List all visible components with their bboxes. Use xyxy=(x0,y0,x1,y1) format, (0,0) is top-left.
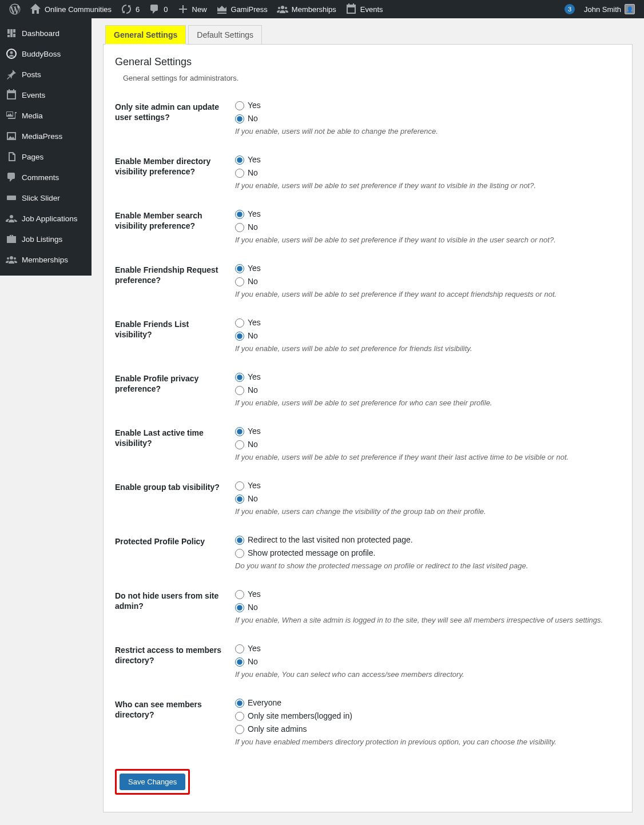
row-label: Restrict access to members directory? xyxy=(115,633,229,688)
radio-input[interactable] xyxy=(235,549,244,558)
radio-yes[interactable]: Yes xyxy=(235,317,615,329)
sidebar-item-pages[interactable]: Pages xyxy=(0,146,92,167)
radio-input[interactable] xyxy=(235,277,244,286)
radio-no[interactable]: No xyxy=(235,439,615,451)
radio-yes[interactable]: Yes xyxy=(235,371,615,383)
gamipress-link[interactable]: GamiPress xyxy=(212,0,272,18)
radio-input[interactable] xyxy=(235,495,244,504)
sidebar-item-label: Events xyxy=(22,91,45,99)
sidebar-item-label: Job Applications xyxy=(22,214,78,223)
radio-input[interactable] xyxy=(235,657,244,667)
radio-input[interactable] xyxy=(235,373,244,382)
row-label: Enable Member search visibility preferen… xyxy=(115,199,229,253)
updates-link[interactable]: 6 xyxy=(116,0,144,18)
tab-default[interactable]: Default Settings xyxy=(188,25,262,45)
crown-icon xyxy=(216,3,228,15)
sidebar-item-label: Dashboard xyxy=(22,29,59,38)
sidebar-item-media[interactable]: Media xyxy=(0,105,92,126)
row-protected: Protected Profile Policy Redirect to the… xyxy=(115,525,621,579)
row-help: If you enable, users will not be able to… xyxy=(235,127,615,135)
row-member-search-vis: Enable Member search visibility preferen… xyxy=(115,199,621,253)
radio-input[interactable] xyxy=(235,101,244,110)
sidebar-item-buddyboss[interactable]: BuddyBoss xyxy=(0,43,92,64)
radio-yes[interactable]: Yes xyxy=(235,208,615,220)
radio-input[interactable] xyxy=(235,318,244,328)
radio-input[interactable] xyxy=(235,644,244,653)
radio-input[interactable] xyxy=(235,603,244,612)
user-menu[interactable]: John Smith 👤 xyxy=(579,0,639,18)
radio-no[interactable]: No xyxy=(235,601,615,613)
radio-admins[interactable]: Only site admins xyxy=(235,723,615,735)
radio-input[interactable] xyxy=(235,210,244,219)
radio-show[interactable]: Show protected message on profile. xyxy=(235,547,615,559)
radio-no[interactable]: No xyxy=(235,276,615,288)
sidebar-item-memberships[interactable]: Memberships xyxy=(0,249,92,270)
radio-input[interactable] xyxy=(235,223,244,232)
radio-no[interactable]: No xyxy=(235,113,615,125)
radio-input[interactable] xyxy=(235,481,244,491)
sidebar-item-posts[interactable]: Posts xyxy=(0,64,92,85)
save-button[interactable]: Save Changes xyxy=(120,774,185,790)
row-help: Do you want to show the protected messag… xyxy=(235,561,615,570)
memberships-icon xyxy=(277,3,288,15)
radio-input[interactable] xyxy=(235,536,244,545)
radio-input[interactable] xyxy=(235,264,244,273)
radio-input[interactable] xyxy=(235,386,244,395)
sidebar-item-joblist[interactable]: Job Listings xyxy=(0,229,92,249)
sidebar-item-dashboard[interactable]: Dashboard xyxy=(0,23,92,43)
plus-icon xyxy=(177,3,189,15)
radio-members[interactable]: Only site members(logged in) xyxy=(235,710,615,722)
radio-yes[interactable]: Yes xyxy=(235,643,615,655)
events-text: Events xyxy=(360,5,383,14)
radio-no[interactable]: No xyxy=(235,384,615,396)
sidebar-item-label: Memberships xyxy=(22,256,68,264)
radio-no[interactable]: No xyxy=(235,167,615,179)
radio-input[interactable] xyxy=(235,169,244,178)
radio-input[interactable] xyxy=(235,699,244,708)
row-profile-priv: Enable Profile privacy preference? Yes N… xyxy=(115,362,621,416)
radio-no[interactable]: No xyxy=(235,330,615,342)
updates-icon xyxy=(121,3,132,15)
site-name-link[interactable]: Online Communities xyxy=(25,0,116,18)
sidebar-item-label: Slick Slider xyxy=(22,194,60,202)
radio-input[interactable] xyxy=(235,725,244,734)
radio-input[interactable] xyxy=(235,114,244,123)
sidebar-item-comments[interactable]: Comments xyxy=(0,167,92,188)
radio-yes[interactable]: Yes xyxy=(235,154,615,166)
svg-rect-2 xyxy=(7,196,16,200)
sidebar-item-events[interactable]: Events xyxy=(0,85,92,105)
radio-no[interactable]: No xyxy=(235,493,615,505)
radio-no[interactable]: No xyxy=(235,656,615,668)
row-label: Enable Friends List visibility? xyxy=(115,308,229,362)
sidebar-item-resumes[interactable]: Resumes xyxy=(0,270,92,276)
row-admin-update: Only site admin can update user settings… xyxy=(115,90,621,145)
sidebar-item-jobapps[interactable]: Job Applications xyxy=(0,208,92,229)
comments-link[interactable]: 0 xyxy=(144,0,172,18)
radio-input[interactable] xyxy=(235,440,244,449)
radio-no[interactable]: No xyxy=(235,221,615,233)
memberships-link[interactable]: Memberships xyxy=(272,0,341,18)
wp-logo[interactable] xyxy=(5,0,25,18)
pages-icon xyxy=(6,151,17,162)
radio-redirect[interactable]: Redirect to the last visited non protect… xyxy=(235,534,615,546)
events-link[interactable]: Events xyxy=(341,0,388,18)
radio-yes[interactable]: Yes xyxy=(235,262,615,274)
radio-input[interactable] xyxy=(235,712,244,721)
new-link[interactable]: New xyxy=(173,0,212,18)
radio-yes[interactable]: Yes xyxy=(235,99,615,111)
notifications[interactable]: 3 xyxy=(560,0,579,18)
radio-input[interactable] xyxy=(235,156,244,165)
radio-everyone[interactable]: Everyone xyxy=(235,697,615,709)
radio-input[interactable] xyxy=(235,590,244,599)
radio-input[interactable] xyxy=(235,427,244,436)
home-icon xyxy=(30,3,41,15)
avatar: 👤 xyxy=(625,4,635,14)
radio-yes[interactable]: Yes xyxy=(235,588,615,600)
radio-input[interactable] xyxy=(235,332,244,341)
admin-sidebar: Dashboard BuddyBoss Posts Events Media M… xyxy=(0,18,92,276)
radio-yes[interactable]: Yes xyxy=(235,425,615,437)
tab-general[interactable]: General Settings xyxy=(105,25,186,45)
sidebar-item-mediapress[interactable]: MediaPress xyxy=(0,126,92,146)
radio-yes[interactable]: Yes xyxy=(235,480,615,492)
sidebar-item-slick[interactable]: Slick Slider xyxy=(0,188,92,208)
